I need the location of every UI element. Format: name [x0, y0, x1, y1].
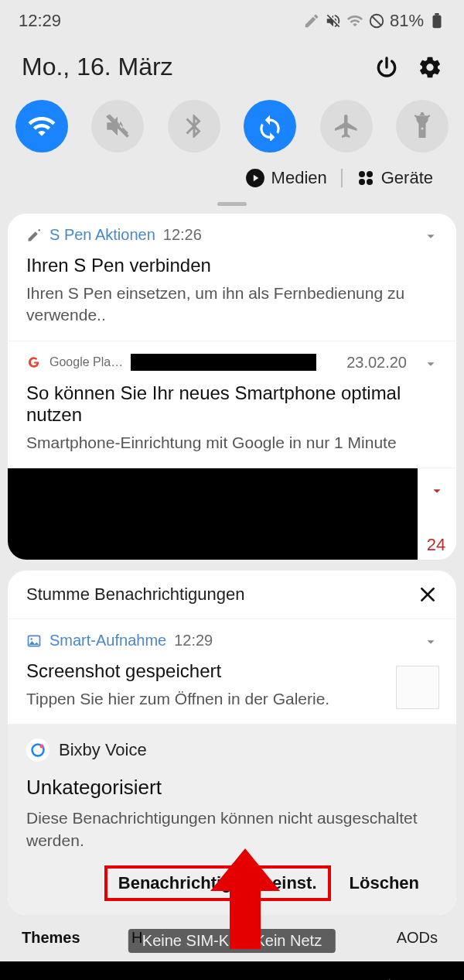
- notif-body: Smartphone-Einrichtung mit Google in nur…: [26, 432, 438, 454]
- notif-title: So können Sie Ihr neues Smartphone optim…: [26, 382, 438, 426]
- svg-point-16: [40, 745, 44, 749]
- mute-icon: [325, 12, 342, 29]
- notif-app: Google Pla…: [49, 355, 123, 369]
- devices-label: Geräte: [381, 168, 433, 188]
- sound-mute-icon: [104, 112, 131, 140]
- notif-body: Diese Benachrichtigungen können nicht au…: [26, 807, 438, 852]
- qs-airplane[interactable]: [320, 100, 373, 152]
- grid-icon: [357, 169, 375, 187]
- silent-panel: Stumme Benachrichtigungen Smart-Aufnahme…: [8, 571, 456, 915]
- play-circle-icon: [245, 168, 265, 188]
- svg-point-9: [359, 179, 365, 185]
- navigation-bar: [0, 961, 464, 980]
- notification-settings-button[interactable]: Benachrichtigungseinst.: [104, 865, 331, 901]
- notification-smart-capture[interactable]: Smart-Aufnahme 12:29 Screenshot gespeich…: [8, 619, 456, 725]
- notification-google[interactable]: Google Pla… 23.02.20 So können Sie Ihr n…: [8, 341, 456, 468]
- media-label: Medien: [271, 168, 327, 188]
- notif-date: 23.02.20: [346, 354, 407, 372]
- airplane-icon: [333, 112, 360, 140]
- status-bar: 12:29 81%: [0, 0, 464, 37]
- auto-rotate-icon: [255, 111, 285, 141]
- status-icons: 81%: [303, 11, 445, 31]
- notif-time: 12:29: [174, 632, 213, 649]
- clock: 12:29: [19, 11, 61, 31]
- behind-aods: AODs: [397, 929, 438, 947]
- qs-flashlight[interactable]: [396, 100, 449, 152]
- panel-actions: Benachrichtigungseinst. Löschen: [26, 852, 438, 915]
- silent-header: Stumme Benachrichtigungen: [8, 571, 456, 619]
- flashlight-icon: [408, 112, 436, 140]
- wifi-icon: [27, 111, 56, 141]
- sim-status: Keine SIM-Ka: [142, 932, 237, 949]
- notif-app: Smart-Aufnahme: [49, 632, 166, 649]
- svg-point-7: [359, 171, 365, 177]
- svg-line-1: [372, 16, 382, 26]
- qs-bluetooth[interactable]: [168, 100, 220, 152]
- notif-app: Bixby Voice: [59, 740, 147, 760]
- notification-spen[interactable]: S Pen Aktionen 12:26 Ihren S Pen verbind…: [8, 214, 456, 341]
- chevron-down-icon[interactable]: [422, 355, 439, 372]
- chevron-down-icon[interactable]: [422, 228, 439, 245]
- redacted-content: [8, 468, 418, 560]
- notification-panel: S Pen Aktionen 12:26 Ihren S Pen verbind…: [8, 214, 456, 560]
- devices-button[interactable]: Geräte: [357, 168, 433, 188]
- notif-body: Ihren S Pen einsetzen, um ihn als Fernbe…: [26, 283, 438, 327]
- media-devices-row: Medien Geräte: [0, 160, 464, 196]
- pencil-icon: [303, 12, 320, 29]
- notification-bixby[interactable]: Bixby Voice Unkategorisiert Diese Benach…: [8, 725, 456, 915]
- screenshot-thumbnail[interactable]: [396, 666, 439, 709]
- silent-header-label: Stumme Benachrichtigungen: [26, 584, 245, 605]
- net-status: Kein Netz: [254, 932, 322, 949]
- wifi-status-icon: [346, 12, 363, 29]
- battery-percent: 81%: [390, 11, 424, 31]
- image-icon: [26, 633, 42, 649]
- date-row: Mo., 16. März: [0, 37, 464, 87]
- qs-wifi[interactable]: [15, 100, 68, 152]
- close-icon[interactable]: [418, 584, 438, 605]
- background-app-row: Themes H AODs Keine SIM-Ka Kein Netz: [8, 923, 456, 961]
- battery-icon: [428, 12, 445, 29]
- notif-title: Unkategorisiert: [26, 776, 438, 800]
- notif-count: 24: [427, 535, 447, 555]
- nav-recents[interactable]: [66, 976, 89, 980]
- notif-body: Tippen Sie hier zum Öffnen in der Galeri…: [26, 688, 438, 710]
- spen-icon: [26, 228, 42, 243]
- google-icon: [26, 355, 42, 370]
- divider: [341, 169, 343, 187]
- power-icon[interactable]: [374, 55, 399, 80]
- date-label[interactable]: Mo., 16. März: [22, 53, 173, 81]
- notif-title: Ihren S Pen verbinden: [26, 255, 438, 276]
- chevron-down-icon[interactable]: [422, 633, 439, 650]
- notif-app: S Pen Aktionen: [49, 226, 155, 244]
- notif-time: 12:26: [163, 226, 202, 244]
- svg-rect-4: [433, 17, 440, 27]
- chevron-down-icon[interactable]: [428, 482, 445, 499]
- qs-sound[interactable]: [91, 100, 144, 152]
- media-button[interactable]: Medien: [245, 168, 327, 188]
- gear-icon[interactable]: [418, 55, 442, 80]
- notification-redacted[interactable]: 24: [8, 468, 456, 560]
- panel-grip[interactable]: [217, 202, 247, 206]
- behind-themes: Themes: [22, 929, 80, 947]
- svg-point-14: [30, 638, 32, 640]
- qs-rotate[interactable]: [244, 100, 296, 152]
- svg-point-10: [367, 179, 373, 185]
- bluetooth-icon: [180, 112, 208, 140]
- svg-point-8: [367, 171, 373, 177]
- notif-title: Screenshot gespeichert: [26, 660, 438, 682]
- clear-all-button[interactable]: Löschen: [350, 873, 419, 893]
- quick-settings-row: [0, 87, 464, 160]
- bixby-icon: [26, 738, 49, 762]
- nav-home[interactable]: [220, 976, 244, 980]
- nav-back[interactable]: [375, 976, 398, 980]
- svg-rect-3: [435, 13, 439, 15]
- no-sign-icon: [368, 12, 385, 29]
- redacted-bar: [131, 354, 316, 371]
